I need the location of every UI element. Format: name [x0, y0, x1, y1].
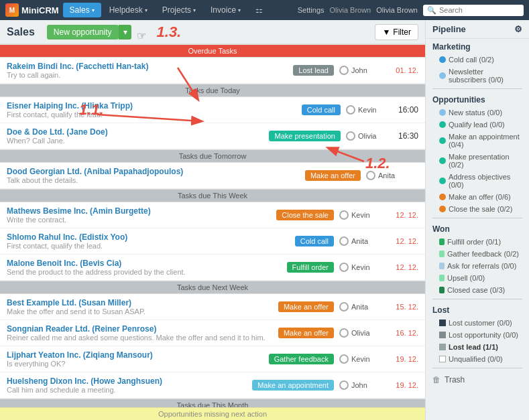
list-item[interactable]: Doe & Doe Ltd. (Jane Doe) When? Call Jan… [0, 123, 425, 149]
nav-tab-projects[interactable]: Projects ▾ [156, 3, 202, 17]
marketing-title: Marketing [426, 39, 529, 54]
sidebar-item-upsell[interactable]: Upsell (0/0) [426, 272, 529, 284]
tag[interactable]: Gather feedback [269, 354, 334, 364]
main-layout: Sales New opportunity ▾ ☞ 1.3. ▼ Filter [0, 20, 529, 420]
list-item-title: Malone Benoit Inc. (Bevis Cia) [7, 259, 287, 268]
tag[interactable]: Make an offer [278, 301, 334, 312]
list-item-info: Songnian Reader Ltd. (Reiner Penrose) Re… [7, 324, 278, 342]
list-item[interactable]: Mathews Besime Inc. (Amin Burgette) Writ… [0, 202, 425, 228]
list-item[interactable]: Dood Georgian Ltd. (Anibal Papahadjopoul… [0, 163, 425, 189]
list-item-info: Doe & Doe Ltd. (Jane Doe) When? Call Jan… [7, 127, 269, 145]
bar-icon [439, 238, 445, 245]
grid-icon: ⚏ [255, 5, 263, 15]
list-item-actions: Make an offer Anita [305, 170, 418, 181]
date: 12. 12. [392, 211, 418, 219]
list-item-title: Doe & Doe Ltd. (Jane Doe) [7, 127, 269, 137]
list-item[interactable]: Lijphart Yeaton Inc. (Ziqiang Mansour) I… [0, 346, 425, 372]
list-item-subtitle: Reiner called me and asked some question… [7, 334, 278, 342]
sidebar-item-new-status[interactable]: New status (0/0) [426, 107, 529, 119]
list-item-subtitle: Talk about the details. [7, 176, 305, 184]
sidebar-item-presentation[interactable]: Make presentation (0/2) [426, 151, 529, 171]
tag[interactable]: Make presentation [269, 131, 341, 141]
list-item-title: Huelsheng Dixon Inc. (Howe Janghsuen) [7, 376, 252, 386]
sidebar-item-lost-customer[interactable]: Lost customer (0/0) [426, 317, 529, 329]
sidebar-item-unqualified[interactable]: Unqualified (0/0) [426, 353, 529, 365]
gear-icon[interactable]: ⚙ [514, 24, 522, 34]
settings-link[interactable]: Settings [298, 6, 325, 14]
assignee-circle [346, 105, 355, 115]
nav-tab-extra[interactable]: ⚏ [249, 3, 270, 17]
tag[interactable]: Close the sale [276, 210, 334, 220]
trash-item[interactable]: 🗑 Trash [426, 371, 529, 389]
divider [432, 299, 522, 299]
missing-bar: Opportunities missing next action [0, 407, 425, 420]
tag[interactable]: Make an appointment [252, 380, 334, 391]
box-icon [439, 332, 446, 338]
list-item-title: Shlomo Rahul Inc. (Edistix Yoo) [7, 232, 295, 242]
list-item[interactable]: Shlomo Rahul Inc. (Edistix Yoo) First co… [0, 228, 425, 255]
list-item-actions: Lost lead John 01. 12. [293, 65, 418, 76]
nav-tab-invoice[interactable]: Invoice ▾ [204, 3, 247, 17]
assignee: Kevin [346, 105, 393, 115]
new-opportunity-dropdown[interactable]: ▾ [119, 25, 131, 40]
list-item-title: Mathews Besime Inc. (Amin Burgette) [7, 206, 276, 216]
bar-icon [439, 251, 445, 257]
lost-title: Lost [426, 302, 529, 317]
header-right: ▼ Filter [375, 24, 418, 40]
nav-tab-sales[interactable]: Sales ▾ [63, 3, 101, 17]
assignee-circle [339, 302, 349, 311]
section-header: Tasks due This Month [0, 399, 425, 407]
tag[interactable]: Make an offer [278, 328, 334, 338]
nav-tab-helpdesk[interactable]: Helpdesk ▾ [103, 3, 154, 17]
dot-icon [439, 194, 446, 200]
sidebar-lost: Lost Lost customer (0/0) Lost opportunit… [426, 302, 529, 365]
divider [432, 218, 522, 218]
sidebar-item-qualify[interactable]: Qualify lead (0/0) [426, 119, 529, 131]
search-input[interactable] [439, 6, 520, 14]
list-item[interactable]: Songnian Reader Ltd. (Reiner Penrose) Re… [0, 320, 425, 346]
tag[interactable]: Cold call [295, 236, 334, 247]
sales-header: Sales New opportunity ▾ ☞ 1.3. ▼ Filter [0, 20, 425, 44]
assignee-circle [339, 210, 349, 220]
tag[interactable]: Lost lead [293, 65, 334, 76]
sidebar-item-cold-call[interactable]: Cold call (0/2) [426, 54, 529, 66]
dot-icon [439, 72, 446, 79]
filter-icon: ▼ [382, 27, 390, 37]
date: 12. 12. [392, 237, 418, 245]
list-item-info: Shlomo Rahul Inc. (Edistix Yoo) First co… [7, 232, 295, 250]
assignee-circle [339, 354, 349, 364]
dot-icon [439, 178, 446, 184]
section-header: Overdue Tasks [0, 44, 425, 58]
sidebar-item-lost-lead[interactable]: Lost lead (1/1) [426, 341, 529, 353]
pipeline-header: Pipeline ⚙ [426, 20, 529, 39]
dot-icon [439, 121, 446, 128]
sidebar-item-closed-case[interactable]: Closed case (0/3) [426, 284, 529, 296]
tag[interactable]: Cold call [302, 104, 341, 115]
assignee-circle [339, 328, 349, 338]
logo-icon: M [5, 3, 19, 17]
new-opportunity-button[interactable]: New opportunity [47, 25, 119, 40]
date: 16:30 [398, 131, 418, 141]
sidebar-item-make-offer[interactable]: Make an offer (0/6) [426, 191, 529, 203]
sidebar-item-gather[interactable]: Gather feedback (0/2) [426, 248, 529, 260]
list-item[interactable]: Eisner Haiping Inc. (Hlinka Tripp) First… [0, 97, 425, 123]
tag[interactable]: Make an offer [305, 170, 361, 181]
list-item[interactable]: Malone Benoit Inc. (Bevis Cia) Send the … [0, 255, 425, 281]
sidebar-item-fulfill[interactable]: Fulfill order (0/1) [426, 236, 529, 248]
sidebar-item-appointment[interactable]: Make an appointment (0/4) [426, 131, 529, 151]
sidebar-item-newsletter[interactable]: Newsletter subscribers (0/0) [426, 66, 529, 86]
filter-button[interactable]: ▼ Filter [375, 24, 418, 40]
box-icon [439, 356, 446, 362]
list-item[interactable]: Huelsheng Dixon Inc. (Howe Janghsuen) Ca… [0, 372, 425, 399]
sidebar-item-referrals[interactable]: Ask for referrals (0/0) [426, 260, 529, 272]
search-box[interactable]: 🔍 [423, 5, 524, 16]
sidebar-opportunities: Opportunities New status (0/0) Qualify l… [426, 92, 529, 215]
section-header: Tasks due Next Week [0, 281, 425, 294]
list-item[interactable]: Rakeim Bindi Inc. (Facchetti Han-tak) Tr… [0, 58, 425, 84]
sidebar-item-close-sale[interactable]: Close the sale (0/2) [426, 203, 529, 215]
tag[interactable]: Fulfill order [287, 262, 334, 273]
sidebar-item-objectives[interactable]: Address objectives (0/0) [426, 171, 529, 191]
sidebar-won: Won Fulfill order (0/1) Gather feedback … [426, 221, 529, 296]
sidebar-item-lost-opportunity[interactable]: Lost opportunity (0/0) [426, 329, 529, 341]
list-item[interactable]: Best Example Ltd. (Susan Miller) Make th… [0, 294, 425, 320]
